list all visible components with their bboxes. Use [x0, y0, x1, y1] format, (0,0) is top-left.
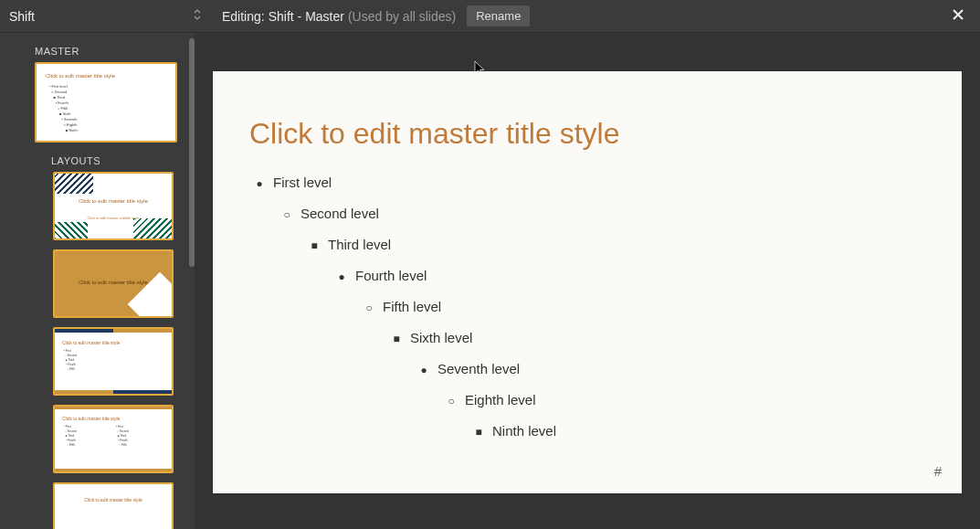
theme-selector[interactable]: Shift: [9, 8, 205, 24]
editing-target: Shift - Master: [269, 9, 344, 24]
outline-level-4: ●Fourth level: [337, 268, 925, 286]
sidebar-scroll[interactable]: MASTER Click to edit master title style …: [0, 33, 187, 529]
thumb-title: Click to edit master title style: [55, 279, 172, 286]
thumb-title: Click to edit master title style: [55, 497, 172, 503]
sidebar: MASTER Click to edit master title style …: [0, 33, 195, 529]
level-text: Third level: [328, 237, 391, 252]
level-text: Sixth level: [410, 330, 472, 345]
thumb-body-preview: • First level ○ Second ■ Third • Fourth …: [49, 84, 78, 133]
thumb-subtitle: Click to edit master subtitle style: [55, 216, 172, 220]
bullet-circle-icon: ○: [282, 206, 291, 224]
layout-thumbnail-4[interactable]: Click to edit master title style • First…: [53, 405, 174, 473]
header-bar: Shift Editing: Shift - Master (Used by a…: [0, 0, 980, 33]
thumb-title: Click to edit master title style: [62, 416, 120, 421]
level-text: Eighth level: [465, 392, 536, 407]
rename-button[interactable]: Rename: [467, 5, 530, 26]
outline-level-3: ■Third level: [310, 237, 925, 255]
level-text: Seventh level: [437, 361, 520, 376]
master-title-placeholder[interactable]: Click to edit master title style: [249, 117, 925, 151]
layout-thumbnail-5[interactable]: Click to edit master title style: [53, 482, 174, 529]
outline-level-6: ■Sixth level: [392, 330, 925, 348]
layout-thumbnail-2[interactable]: Click to edit master title style: [53, 249, 174, 318]
thumb-title: Click to edit master title style: [46, 73, 115, 79]
close-button[interactable]: [945, 4, 971, 29]
level-text: First level: [273, 175, 332, 190]
bullet-circle-icon: ○: [447, 392, 456, 410]
bullet-disc-icon: ●: [419, 361, 428, 379]
level-text: Ninth level: [492, 423, 556, 439]
close-icon: [951, 5, 965, 26]
layout-thumbnail-3[interactable]: Click to edit master title style • First…: [53, 327, 174, 396]
outline-level-5: ○Fifth level: [364, 299, 925, 317]
master-slide-canvas[interactable]: Click to edit master title style ●First …: [213, 71, 962, 493]
outline-level-2: ○Second level: [282, 206, 925, 224]
master-section-label: MASTER: [35, 46, 182, 57]
page-number-placeholder[interactable]: #: [934, 463, 942, 479]
canvas-area: Click to edit master title style ●First …: [195, 33, 980, 529]
bullet-square-icon: ■: [392, 330, 401, 348]
outline-level-8: ○Eighth level: [447, 392, 925, 410]
level-text: Second level: [300, 206, 379, 221]
bullet-disc-icon: ●: [255, 175, 264, 193]
outline-level-1: ●First level: [255, 175, 925, 193]
theme-editor-app: Shift Editing: Shift - Master (Used by a…: [0, 0, 980, 529]
thumb-body-preview: • First ○ Second ■ Third • Fourth ○ Fift…: [64, 425, 163, 448]
header-right: Editing: Shift - Master (Used by all sli…: [205, 4, 971, 29]
bullet-square-icon: ■: [474, 423, 483, 441]
thumb-title: Click to edit master title style: [62, 340, 120, 345]
layouts-section-label: LAYOUTS: [51, 155, 182, 166]
bullet-disc-icon: ●: [337, 268, 346, 286]
bullet-circle-icon: ○: [364, 299, 374, 317]
theme-name-label: Shift: [9, 9, 35, 24]
master-body-placeholder[interactable]: ●First level ○Second level ■Third level …: [249, 175, 925, 441]
outline-level-7: ●Seventh level: [419, 361, 925, 379]
level-text: Fifth level: [383, 299, 441, 314]
thumb-title: Click to edit master title style: [55, 197, 172, 205]
level-text: Fourth level: [355, 268, 427, 283]
editing-prefix: Editing:: [222, 9, 265, 24]
outline-level-9: ■Ninth level: [474, 423, 925, 441]
body: MASTER Click to edit master title style …: [0, 33, 980, 529]
chevron-updown-icon: [193, 8, 205, 24]
thumb-body-preview: • First ○ Second ■ Third • Fourth ○ Fift…: [64, 349, 77, 372]
layout-thumbnail-1[interactable]: Click to edit master title style Click t…: [53, 172, 174, 240]
master-thumbnail[interactable]: Click to edit master title style • First…: [35, 62, 177, 143]
bullet-square-icon: ■: [310, 237, 319, 255]
editing-suffix: (Used by all slides): [348, 9, 456, 24]
